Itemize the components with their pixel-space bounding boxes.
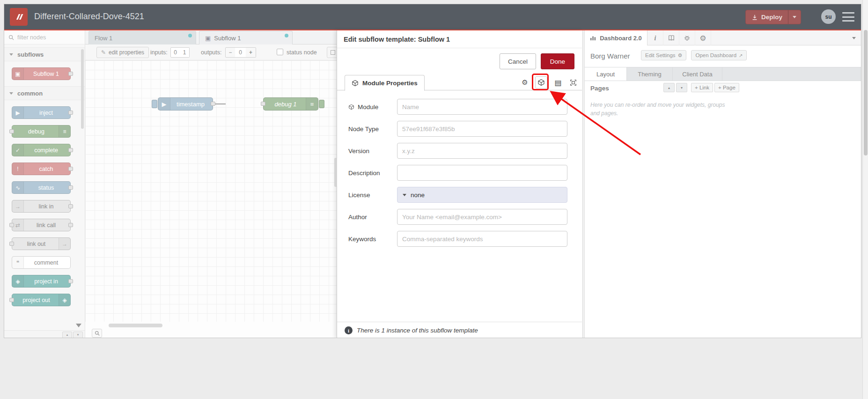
catch-icon: ! — [12, 163, 24, 175]
palette-node-inject[interactable]: ▶ inject — [12, 106, 71, 119]
tab-help[interactable] — [663, 30, 679, 45]
version-input[interactable] — [397, 143, 567, 159]
page-scrollbar-thumb[interactable] — [864, 30, 868, 155]
workspace-tab-bar: Flow 1 ▣ Subflow 1 — [85, 30, 337, 44]
palette-search[interactable]: filter nodes — [4, 30, 85, 44]
node-port — [9, 298, 14, 302]
palette-footer — [4, 330, 85, 338]
tab-config-nodes[interactable] — [695, 30, 711, 45]
palette-category-common[interactable]: common — [4, 86, 85, 100]
author-input[interactable] — [397, 209, 567, 225]
inject-trigger-button[interactable] — [152, 100, 157, 108]
cancel-button[interactable]: Cancel — [500, 53, 536, 69]
output-port[interactable] — [211, 102, 215, 106]
status-node-checkbox[interactable] — [277, 49, 283, 55]
canvas-node-debug-1[interactable]: ≡ debug 1 — [263, 97, 318, 111]
node-port — [68, 185, 73, 190]
tab-dashboard-2[interactable]: Dashboard 2.0 — [585, 30, 647, 45]
outputs-label: outputs: — [201, 49, 221, 56]
edit-properties-button[interactable]: edit properties — [96, 47, 149, 58]
book-icon — [668, 35, 675, 41]
canvas-node-timestamp[interactable]: ▶ timestamp — [158, 97, 213, 111]
palette-node-status[interactable]: ∿ status — [12, 181, 71, 194]
page-scrollbar[interactable] — [862, 0, 868, 399]
palette-node-link-out[interactable]: → link out — [12, 237, 71, 250]
palette-node-link-in[interactable]: → link in — [12, 200, 71, 213]
appearance-tab-button[interactable] — [567, 76, 579, 89]
inputs-one-button[interactable]: 1 — [180, 47, 190, 58]
field-label-description: Description — [348, 170, 397, 177]
palette-collapse-all-button[interactable] — [62, 332, 72, 338]
tab-label: Flow 1 — [95, 35, 112, 42]
tab-layout[interactable]: Layout — [585, 67, 627, 81]
move-up-button[interactable] — [663, 83, 675, 92]
node-label: timestamp — [170, 98, 211, 110]
module-input[interactable] — [397, 99, 567, 115]
add-page-button[interactable]: + Page — [714, 83, 739, 92]
user-avatar[interactable]: su — [821, 9, 836, 24]
search-icon — [8, 35, 14, 40]
tab-flow-1[interactable]: Flow 1 — [88, 31, 196, 44]
tab-debug-messages[interactable] — [679, 30, 695, 45]
node-port — [68, 111, 73, 115]
outputs-plus-button[interactable]: + — [246, 47, 256, 58]
palette-node-debug[interactable]: ≡ debug — [12, 125, 71, 138]
debug-toggle-button[interactable] — [319, 100, 324, 108]
palette-scrollbar[interactable] — [81, 49, 84, 129]
node-label: debug 1 — [265, 98, 306, 110]
tab-theming[interactable]: Theming — [627, 67, 673, 81]
debug-icon: ≡ — [306, 98, 318, 110]
canvas-horizontal-scrollbar[interactable] — [109, 324, 162, 327]
tab-client-data[interactable]: Client Data — [673, 67, 722, 81]
palette-node-complete[interactable]: ✓ complete — [12, 144, 71, 156]
description-tab-button[interactable] — [552, 76, 564, 89]
zoom-search-button[interactable] — [92, 329, 102, 338]
pages-section-label: Pages — [590, 85, 609, 92]
flow-workspace: Flow 1 ▣ Subflow 1 edit properties input… — [85, 30, 337, 338]
chevron-down-icon — [403, 194, 406, 196]
outputs-minus-button[interactable]: − — [225, 47, 235, 58]
palette-scroll-down-arrow[interactable] — [76, 324, 81, 327]
deploy-button[interactable]: Deploy — [745, 10, 801, 24]
flow-canvas[interactable]: ▶ timestamp ≡ debug 1 — [85, 60, 337, 322]
node-label: project out — [14, 294, 59, 306]
tab-module-properties[interactable]: Module Properties — [345, 75, 425, 91]
palette-node-catch[interactable]: ! catch — [12, 163, 71, 175]
tab-subflow-1[interactable]: ▣ Subflow 1 — [199, 31, 293, 44]
field-label-license: License — [348, 192, 397, 199]
done-button[interactable]: Done — [541, 53, 574, 69]
pages-help-text: Here you can re-order and move your widg… — [590, 101, 726, 118]
move-down-button[interactable] — [676, 83, 687, 92]
palette-node-link-call[interactable]: ⇄ link call — [12, 219, 71, 231]
tab-info[interactable] — [647, 30, 663, 45]
license-select[interactable]: none — [397, 187, 567, 203]
palette-category-subflows[interactable]: subflows — [4, 47, 85, 61]
add-link-button[interactable]: + Link — [691, 83, 713, 92]
dialog-resize-grip[interactable] — [334, 158, 337, 187]
deploy-label: Deploy — [761, 14, 782, 21]
description-input[interactable] — [397, 165, 567, 181]
main-menu-button[interactable] — [842, 12, 854, 22]
info-icon — [655, 34, 656, 42]
palette-node-project-out[interactable]: ◈ project out — [12, 294, 71, 306]
open-dashboard-button[interactable]: Open Dashboard — [691, 50, 747, 60]
node-port — [68, 204, 73, 208]
keywords-input[interactable] — [397, 231, 567, 247]
edit-settings-button[interactable]: Edit Settings — [641, 50, 686, 60]
palette-node-project-in[interactable]: ◈ project in — [12, 275, 71, 288]
node-red-logo[interactable] — [10, 8, 28, 26]
node-red-window: Different-Collared-Dove-4521 Deploy su f… — [4, 4, 861, 338]
sidebar-tab-menu-button[interactable] — [848, 30, 860, 45]
deploy-options-button[interactable] — [788, 10, 801, 24]
node-port — [68, 148, 73, 152]
edit-properties-tab-button[interactable] — [519, 76, 531, 89]
palette-expand-all-button[interactable] — [73, 332, 83, 338]
palette-node-comment[interactable]: ❝ comment — [12, 256, 71, 269]
workspace-title: Different-Collared-Dove-4521 — [34, 12, 144, 22]
input-port[interactable] — [261, 102, 265, 106]
category-label: subflows — [17, 51, 44, 58]
module-properties-tab-button[interactable] — [535, 76, 547, 89]
inputs-zero-button[interactable]: 0 — [170, 47, 180, 58]
palette-node-subflow-1[interactable]: ▣ Subflow 1 — [12, 67, 71, 80]
node-type-input[interactable] — [397, 121, 567, 137]
